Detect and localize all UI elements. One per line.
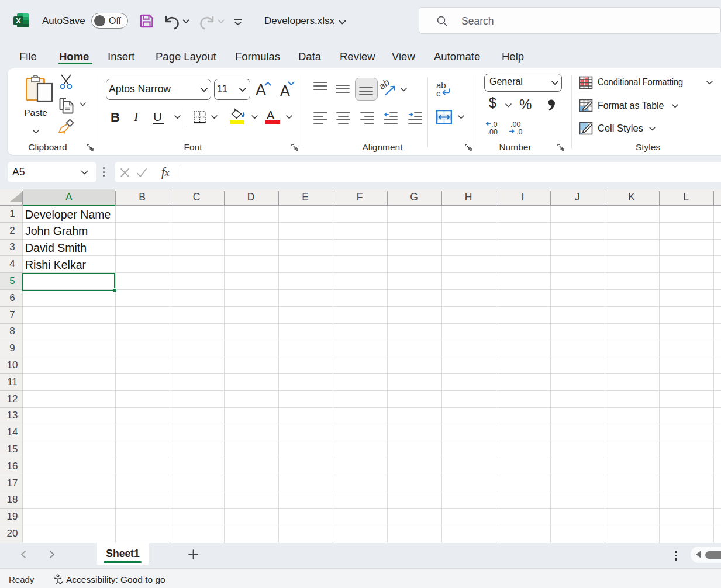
svg-text:.00: .00 (510, 120, 520, 129)
svg-text:.00: .00 (488, 128, 498, 136)
svg-text:.0: .0 (491, 120, 497, 129)
svg-text:X: X (16, 16, 21, 25)
svg-text:.0: .0 (516, 128, 522, 136)
svg-text:c: c (436, 88, 441, 98)
